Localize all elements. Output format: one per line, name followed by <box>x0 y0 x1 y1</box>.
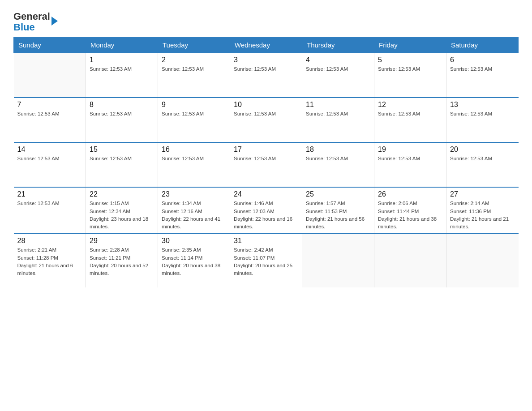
week-row-1: 1Sunrise: 12:53 AM2Sunrise: 12:53 AM3Sun… <box>14 53 519 98</box>
weekday-header-saturday: Saturday <box>446 38 519 53</box>
day-number: 5 <box>378 56 442 64</box>
day-info: Sunrise: 12:53 AM <box>450 110 515 118</box>
calendar-cell: 19Sunrise: 12:53 AM <box>374 142 446 187</box>
calendar-cell <box>14 53 86 98</box>
day-number: 7 <box>17 101 82 109</box>
day-info: Sunrise: 1:34 AMSunset: 12:16 AMDaylight… <box>162 200 226 231</box>
calendar-cell: 27Sunrise: 2:14 AMSunset: 11:36 PMDaylig… <box>446 187 519 234</box>
day-number: 3 <box>234 56 298 64</box>
calendar-cell: 30Sunrise: 2:35 AMSunset: 11:14 PMDaylig… <box>158 234 230 287</box>
day-info: Sunrise: 12:53 AM <box>306 110 370 118</box>
day-number: 15 <box>90 146 154 154</box>
calendar-cell <box>374 234 446 287</box>
logo: General Blue <box>13 9 58 33</box>
calendar-cell: 17Sunrise: 12:53 AM <box>230 142 302 187</box>
week-row-4: 21Sunrise: 12:53 AM22Sunrise: 1:15 AMSun… <box>14 187 519 234</box>
day-info: Sunrise: 2:21 AMSunset: 11:28 PMDaylight… <box>17 246 82 277</box>
day-info: Sunrise: 12:53 AM <box>450 65 515 73</box>
calendar-cell: 28Sunrise: 2:21 AMSunset: 11:28 PMDaylig… <box>14 234 86 287</box>
calendar-cell: 10Sunrise: 12:53 AM <box>230 98 302 142</box>
calendar-cell <box>302 234 374 287</box>
calendar-cell: 8Sunrise: 12:53 AM <box>86 98 158 142</box>
calendar-cell: 23Sunrise: 1:34 AMSunset: 12:16 AMDaylig… <box>158 187 230 234</box>
week-row-3: 14Sunrise: 12:53 AM15Sunrise: 12:53 AM16… <box>14 142 519 187</box>
day-number: 10 <box>234 101 298 109</box>
day-info: Sunrise: 1:57 AMSunset: 11:53 PMDaylight… <box>306 200 370 231</box>
day-info: Sunrise: 12:53 AM <box>162 155 226 163</box>
day-number: 24 <box>234 190 298 198</box>
day-info: Sunrise: 12:53 AM <box>90 155 154 163</box>
day-info: Sunrise: 12:53 AM <box>450 155 515 163</box>
day-number: 27 <box>450 190 515 198</box>
day-info: Sunrise: 12:53 AM <box>17 110 82 118</box>
day-number: 21 <box>17 190 82 198</box>
logo-arrow-icon <box>51 17 58 26</box>
calendar-cell: 14Sunrise: 12:53 AM <box>14 142 86 187</box>
calendar-cell: 7Sunrise: 12:53 AM <box>14 98 86 142</box>
calendar-cell: 13Sunrise: 12:53 AM <box>446 98 519 142</box>
calendar-cell: 3Sunrise: 12:53 AM <box>230 53 302 98</box>
day-number: 30 <box>162 237 226 245</box>
day-number: 12 <box>378 101 442 109</box>
calendar-cell: 9Sunrise: 12:53 AM <box>158 98 230 142</box>
day-info: Sunrise: 12:53 AM <box>234 110 298 118</box>
day-number: 22 <box>90 190 154 198</box>
logo-blue: Blue <box>13 21 35 33</box>
day-info: Sunrise: 12:53 AM <box>378 155 442 163</box>
calendar-cell: 15Sunrise: 12:53 AM <box>86 142 158 187</box>
day-info: Sunrise: 12:53 AM <box>162 110 226 118</box>
calendar-cell: 5Sunrise: 12:53 AM <box>374 53 446 98</box>
day-number: 11 <box>306 101 370 109</box>
day-number: 20 <box>450 146 515 154</box>
weekday-header-tuesday: Tuesday <box>158 38 230 53</box>
week-row-2: 7Sunrise: 12:53 AM8Sunrise: 12:53 AM9Sun… <box>14 98 519 142</box>
logo-text: General Blue <box>13 11 50 33</box>
day-number: 31 <box>234 237 298 245</box>
calendar-cell: 16Sunrise: 12:53 AM <box>158 142 230 187</box>
calendar-cell: 4Sunrise: 12:53 AM <box>302 53 374 98</box>
day-number: 16 <box>162 146 226 154</box>
day-number: 19 <box>378 146 442 154</box>
day-number: 17 <box>234 146 298 154</box>
calendar-cell: 18Sunrise: 12:53 AM <box>302 142 374 187</box>
calendar-cell: 12Sunrise: 12:53 AM <box>374 98 446 142</box>
weekday-header-sunday: Sunday <box>14 38 86 53</box>
day-info: Sunrise: 2:28 AMSunset: 11:21 PMDaylight… <box>90 246 154 277</box>
calendar-cell: 22Sunrise: 1:15 AMSunset: 12:34 AMDaylig… <box>86 187 158 234</box>
weekday-header-thursday: Thursday <box>302 38 374 53</box>
day-info: Sunrise: 12:53 AM <box>234 65 298 73</box>
calendar-cell: 2Sunrise: 12:53 AM <box>158 53 230 98</box>
calendar-cell <box>446 234 519 287</box>
day-number: 23 <box>162 190 226 198</box>
day-info: Sunrise: 1:46 AMSunset: 12:03 AMDaylight… <box>234 200 298 231</box>
day-info: Sunrise: 2:42 AMSunset: 11:07 PMDaylight… <box>234 246 298 277</box>
day-number: 29 <box>90 237 154 245</box>
calendar-cell: 20Sunrise: 12:53 AM <box>446 142 519 187</box>
day-number: 14 <box>17 146 82 154</box>
day-info: Sunrise: 2:14 AMSunset: 11:36 PMDaylight… <box>450 200 515 231</box>
calendar-cell: 1Sunrise: 12:53 AM <box>86 53 158 98</box>
day-info: Sunrise: 12:53 AM <box>17 200 82 207</box>
calendar-cell: 26Sunrise: 2:06 AMSunset: 11:44 PMDaylig… <box>374 187 446 234</box>
calendar-cell: 11Sunrise: 12:53 AM <box>302 98 374 142</box>
day-number: 25 <box>306 190 370 198</box>
day-number: 4 <box>306 56 370 64</box>
day-info: Sunrise: 1:15 AMSunset: 12:34 AMDaylight… <box>90 200 154 231</box>
day-info: Sunrise: 12:53 AM <box>162 65 226 73</box>
day-number: 9 <box>162 101 226 109</box>
weekday-header-friday: Friday <box>374 38 446 53</box>
calendar-cell: 6Sunrise: 12:53 AM <box>446 53 519 98</box>
day-info: Sunrise: 12:53 AM <box>17 155 82 163</box>
day-number: 1 <box>90 56 154 64</box>
calendar-cell: 21Sunrise: 12:53 AM <box>14 187 86 234</box>
calendar-cell: 29Sunrise: 2:28 AMSunset: 11:21 PMDaylig… <box>86 234 158 287</box>
day-number: 8 <box>90 101 154 109</box>
calendar-cell: 31Sunrise: 2:42 AMSunset: 11:07 PMDaylig… <box>230 234 302 287</box>
day-info: Sunrise: 2:06 AMSunset: 11:44 PMDaylight… <box>378 200 442 231</box>
day-number: 28 <box>17 237 82 245</box>
logo-content: General Blue <box>13 9 58 33</box>
page-header: General Blue <box>13 9 519 33</box>
day-number: 2 <box>162 56 226 64</box>
day-info: Sunrise: 12:53 AM <box>378 110 442 118</box>
day-number: 18 <box>306 146 370 154</box>
